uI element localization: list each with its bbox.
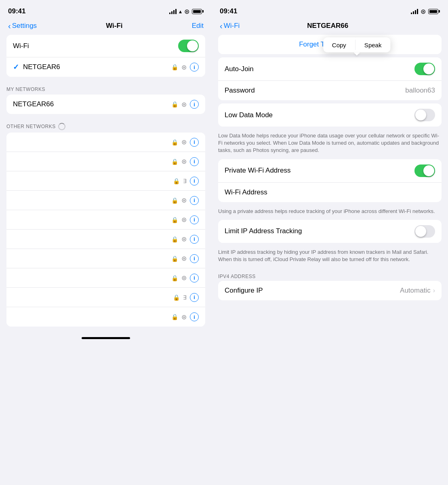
other-network-row[interactable]: 🔒 ⊛ i [6, 249, 205, 268]
other-network-row[interactable]: 🔒 ⊛ i [6, 210, 205, 230]
wifi-strength-icon: ⊛ [181, 158, 187, 165]
wifi-address-label: Wi-Fi Address [225, 188, 435, 196]
connected-network-row[interactable]: ✓ NETGEAR6 🔒 ⊛ i [6, 57, 205, 77]
tooltip-container: Copy Speak [323, 38, 391, 56]
configure-ip-section: Configure IP Automatic › [218, 281, 442, 300]
copy-button[interactable]: Copy [323, 38, 355, 53]
other-network-row[interactable]: 🔒 ∃ i [6, 288, 205, 307]
wifi-address-description: Using a private address helps reduce tra… [212, 205, 448, 220]
back-chevron-icon: ‹ [220, 22, 223, 30]
tooltip-popup: Copy Speak [323, 38, 391, 53]
wifi-icon: ▴︎ [179, 8, 182, 15]
auto-join-label: Auto-Join [225, 65, 414, 73]
wifi-back-button[interactable]: ‹ Wi-Fi [220, 22, 240, 30]
right-panel: 09:41 ⊛ ‹ Wi-Fi NETGEAR66 [212, 0, 448, 485]
other-network-row[interactable]: 🔒 ⊛ i [6, 152, 205, 171]
low-data-row: Low Data Mode [218, 103, 442, 127]
lock-icon: 🔒 [171, 217, 178, 223]
info-button[interactable]: i [190, 157, 199, 166]
auto-join-toggle[interactable] [414, 63, 435, 75]
other-network-row[interactable]: 🔒 ⊛ i [6, 230, 205, 249]
lock-icon: 🔒 [171, 158, 178, 165]
other-network-row[interactable]: 🔒 ⊛ i [6, 268, 205, 288]
info-button[interactable]: i [190, 177, 199, 186]
lock-icon: 🔒 [171, 139, 178, 146]
network-row-icons: 🔒 ⊛ i [171, 312, 199, 321]
other-network-row[interactable]: 🔒 ⊛ i [6, 133, 205, 152]
auto-join-section: Auto-Join Copy Speak Password bal [218, 57, 442, 100]
wifi-strength-icon: ⊛ [181, 196, 187, 204]
low-data-toggle[interactable] [414, 109, 435, 121]
ipv4-section-label: IPV4 ADDRESS [212, 268, 448, 281]
signal-icon [411, 8, 418, 14]
battery-icon [192, 9, 204, 14]
configure-ip-value: Automatic [400, 287, 431, 295]
limit-ip-label: Limit IP Address Tracking [225, 227, 414, 235]
info-button[interactable]: i [190, 138, 199, 147]
private-wifi-toggle[interactable] [414, 164, 435, 177]
left-status-time: 09:41 [8, 7, 25, 15]
limit-ip-section: Limit IP Address Tracking [218, 220, 442, 243]
right-status-time: 09:41 [220, 7, 237, 15]
lock-icon: 🔒 [173, 294, 180, 301]
password-row[interactable]: Password balloon63 [218, 81, 442, 100]
low-data-section: Low Data Mode [218, 103, 442, 127]
auto-join-row: Auto-Join Copy Speak [218, 57, 442, 81]
left-status-icons: ▴︎ ⊛ [169, 8, 204, 15]
wifi-strength-icon: ∃ [183, 178, 187, 184]
lock-icon: 🔒 [171, 255, 178, 262]
back-label: Settings [12, 22, 37, 30]
other-network-row[interactable]: 🔒 ⊛ i [6, 307, 205, 327]
network-row-icons: 🔒 ⊛ i [171, 157, 199, 166]
my-networks-label: MY NETWORKS [0, 80, 212, 95]
other-network-row[interactable]: 🔒 ∃ i [6, 171, 205, 191]
other-networks-label: OTHER NETWORKS [6, 124, 56, 129]
info-button[interactable]: i [190, 63, 199, 72]
password-label: Password [225, 86, 405, 95]
right-status-icons: ⊛ [411, 8, 440, 15]
other-network-row[interactable]: 🔒 ⊛ i [6, 191, 205, 210]
wifi-strength-icon: ⊛ [181, 313, 187, 321]
back-label: Wi-Fi [224, 22, 240, 30]
info-button[interactable]: i [190, 312, 199, 321]
left-nav-bar: ‹ Settings Wi-Fi Edit [0, 20, 212, 35]
wifi-address-row: Wi-Fi Address [218, 183, 442, 202]
my-networks-group: NETGEAR66 🔒 ⊛ i [6, 95, 205, 114]
lock-icon: 🔒 [171, 101, 178, 108]
lock-icon: 🔒 [171, 314, 178, 320]
network-row-icons: 🔒 ⊛ i [171, 274, 199, 283]
info-button[interactable]: i [190, 100, 199, 109]
other-networks-group: 🔒 ⊛ i 🔒 ⊛ i 🔒 ∃ i [6, 133, 205, 327]
wifi-label: Wi-Fi [13, 42, 178, 50]
chevron-right-icon: › [433, 287, 435, 294]
wifi-toggle[interactable] [178, 40, 199, 52]
lock-icon: 🔒 [171, 64, 178, 70]
wifi-strength-icon: ⊛ [181, 216, 187, 224]
info-button[interactable]: i [190, 274, 199, 283]
configure-ip-row[interactable]: Configure IP Automatic › [218, 281, 442, 300]
info-button[interactable]: i [190, 196, 199, 205]
my-network-row[interactable]: NETGEAR66 🔒 ⊛ i [6, 95, 205, 114]
info-button[interactable]: i [190, 215, 199, 224]
info-button[interactable]: i [190, 254, 199, 263]
lock-icon: 🔒 [171, 275, 178, 281]
info-button[interactable]: i [190, 235, 199, 244]
network-row-icons: 🔒 ⊛ i [171, 215, 199, 224]
right-nav-title: NETGEAR66 [307, 22, 348, 30]
left-nav-title: Wi-Fi [106, 22, 122, 30]
info-button[interactable]: i [190, 293, 199, 302]
low-data-label: Low Data Mode [225, 111, 414, 119]
back-chevron-icon: ‹ [8, 22, 11, 30]
edit-button[interactable]: Edit [192, 22, 204, 30]
wifi-toggle-row: Wi-Fi [6, 35, 205, 57]
network-row-icons: 🔒 ∃ i [173, 177, 199, 186]
settings-back-button[interactable]: ‹ Settings [8, 22, 37, 30]
limit-ip-row: Limit IP Address Tracking [218, 220, 442, 243]
my-network-name: NETGEAR66 [13, 100, 171, 108]
lock-icon: 🔒 [171, 236, 178, 242]
speak-button[interactable]: Speak [355, 38, 391, 53]
right-status-bar: 09:41 ⊛ [212, 0, 448, 20]
wifi-strength-icon: ⊛ [181, 235, 187, 243]
wifi-strength-icon: ⊛ [181, 101, 187, 108]
limit-ip-toggle[interactable] [414, 225, 435, 238]
